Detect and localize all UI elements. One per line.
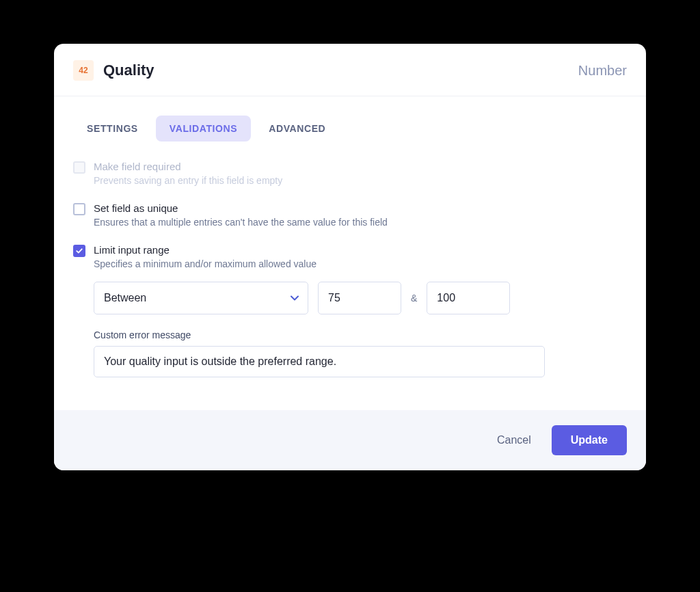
- unique-desc: Ensures that a multiple entries can't ha…: [94, 217, 388, 228]
- custom-error-section: Custom error message: [94, 329, 627, 377]
- tab-validations[interactable]: VALIDATIONS: [156, 116, 251, 142]
- dialog-footer: Cancel Update: [54, 410, 646, 470]
- field-settings-dialog: 42 Quality Number SETTINGS VALIDATIONS A…: [54, 44, 646, 470]
- custom-error-label: Custom error message: [94, 329, 627, 340]
- unique-checkbox[interactable]: [73, 203, 85, 215]
- range-min-input[interactable]: [318, 282, 401, 314]
- custom-error-input[interactable]: [94, 346, 545, 377]
- option-unique: Set field as unique Ensures that a multi…: [73, 202, 627, 228]
- range-row: &: [94, 282, 627, 314]
- field-title: Quality: [103, 62, 154, 79]
- number-field-icon: 42: [73, 60, 94, 81]
- option-required: Make field required Prevents saving an e…: [73, 161, 627, 186]
- required-desc: Prevents saving an entry if this field i…: [94, 175, 282, 186]
- range-mode-select-wrap: [94, 282, 308, 314]
- tabs: SETTINGS VALIDATIONS ADVANCED: [54, 96, 646, 142]
- header-left: 42 Quality: [73, 60, 154, 81]
- required-checkbox: [73, 161, 85, 174]
- range-and-label: &: [411, 293, 417, 304]
- tab-settings[interactable]: SETTINGS: [73, 116, 152, 142]
- field-type-label: Number: [578, 63, 627, 79]
- cancel-button[interactable]: Cancel: [493, 427, 535, 453]
- tab-advanced[interactable]: ADVANCED: [255, 116, 339, 142]
- limit-range-checkbox[interactable]: [73, 245, 85, 257]
- limit-range-desc: Specifies a minimum and/or maximum allow…: [94, 258, 627, 269]
- range-max-input[interactable]: [427, 282, 510, 314]
- option-limit-range: Limit input range Specifies a minimum an…: [73, 244, 627, 377]
- check-icon: [76, 247, 83, 254]
- limit-range-label: Limit input range: [94, 244, 627, 256]
- update-button[interactable]: Update: [552, 425, 627, 455]
- dialog-header: 42 Quality Number: [54, 44, 646, 96]
- tab-content-validations: Make field required Prevents saving an e…: [54, 142, 646, 410]
- unique-label: Set field as unique: [94, 202, 388, 214]
- required-label: Make field required: [94, 161, 282, 172]
- range-mode-select[interactable]: [94, 282, 308, 314]
